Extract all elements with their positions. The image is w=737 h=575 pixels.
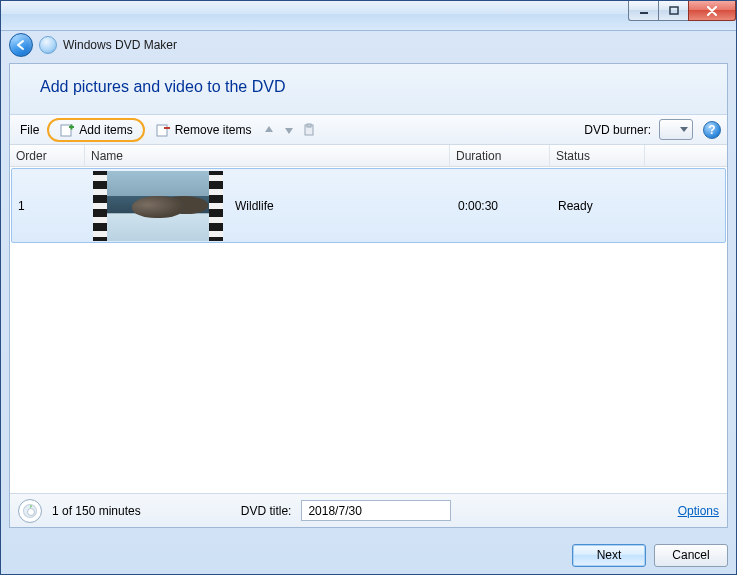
dvd-burner-combo[interactable]	[659, 119, 693, 140]
cell-name: Wildlife	[87, 171, 452, 241]
cell-status: Ready	[552, 199, 647, 213]
add-items-button[interactable]: Add items	[47, 118, 144, 142]
maximize-icon	[669, 6, 679, 16]
titlebar	[1, 1, 736, 31]
disc-usage-icon	[18, 499, 42, 523]
cell-order: 1	[12, 199, 87, 213]
window-controls	[628, 1, 736, 30]
arrow-down-icon	[282, 123, 296, 137]
add-items-label: Add items	[79, 123, 132, 137]
status-bar: 1 of 150 minutes DVD title: Options	[10, 493, 727, 527]
next-button[interactable]: Next	[572, 544, 646, 567]
titlebar-spacer	[1, 1, 628, 30]
cancel-button[interactable]: Cancel	[654, 544, 728, 567]
minutes-used-label: 1 of 150 minutes	[52, 504, 141, 518]
next-button-label: Next	[597, 548, 622, 562]
close-button[interactable]	[688, 1, 736, 21]
remove-items-button[interactable]: Remove items	[149, 120, 258, 140]
remove-items-icon	[155, 122, 171, 138]
paste-button[interactable]	[301, 122, 317, 138]
svg-rect-1	[670, 7, 678, 14]
column-header-order[interactable]: Order	[10, 145, 85, 166]
back-arrow-icon	[14, 38, 28, 52]
column-header-name[interactable]: Name	[85, 145, 450, 166]
cell-duration: 0:00:30	[452, 199, 552, 213]
chevron-down-icon	[680, 127, 688, 133]
back-button[interactable]	[9, 33, 33, 57]
navbar: Windows DVD Maker	[1, 31, 736, 59]
svg-rect-5	[307, 124, 311, 127]
add-items-icon	[59, 122, 75, 138]
list-column-headers: Order Name Duration Status	[10, 145, 727, 167]
item-list: 1 Wildlife 0:00:30 Ready	[10, 167, 727, 493]
page-heading: Add pictures and video to the DVD	[10, 64, 727, 115]
move-up-button[interactable]	[261, 122, 277, 138]
svg-rect-3	[157, 125, 167, 136]
column-header-duration[interactable]: Duration	[450, 145, 550, 166]
window-root: Windows DVD Maker Add pictures and video…	[0, 0, 737, 575]
dvd-title-input[interactable]	[301, 500, 451, 521]
item-name-label: Wildlife	[235, 199, 274, 213]
video-thumbnail	[93, 171, 223, 241]
close-icon	[706, 6, 718, 16]
move-down-button[interactable]	[281, 122, 297, 138]
dvd-title-label: DVD title:	[241, 504, 292, 518]
file-menu[interactable]: File	[16, 123, 43, 137]
options-link[interactable]: Options	[678, 504, 719, 518]
clipboard-icon	[302, 123, 316, 137]
minimize-button[interactable]	[628, 1, 658, 21]
app-title: Windows DVD Maker	[63, 38, 177, 52]
footer-buttons: Next Cancel	[1, 536, 736, 574]
arrow-up-icon	[262, 123, 276, 137]
cancel-button-label: Cancel	[672, 548, 709, 562]
content-card: Add pictures and video to the DVD File A…	[9, 63, 728, 528]
toolbar: File Add items Remove items	[10, 115, 727, 145]
list-item[interactable]: 1 Wildlife 0:00:30 Ready	[11, 168, 726, 243]
svg-rect-0	[640, 12, 648, 14]
column-header-status[interactable]: Status	[550, 145, 645, 166]
help-icon: ?	[708, 123, 715, 137]
maximize-button[interactable]	[658, 1, 688, 21]
dvd-burner-label: DVD burner:	[580, 123, 655, 137]
minimize-icon	[639, 6, 649, 16]
app-icon	[39, 36, 57, 54]
remove-items-label: Remove items	[175, 123, 252, 137]
help-button[interactable]: ?	[703, 121, 721, 139]
